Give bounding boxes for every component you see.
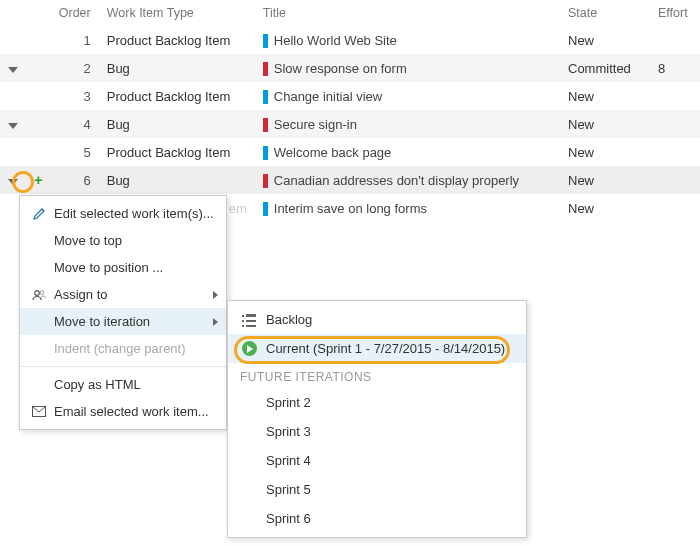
context-menu: Edit selected work item(s)... Move to to… [19, 195, 227, 430]
cell-order: 3 [51, 82, 99, 110]
expand-caret-icon[interactable] [8, 67, 18, 73]
add-child-icon[interactable]: + [34, 171, 43, 188]
table-row[interactable]: 5Product Backlog ItemWelcome back pageNe… [0, 138, 700, 166]
iteration-submenu: Backlog Current (Sprint 1 - 7/27/2015 - … [227, 300, 527, 538]
cell-order: 5 [51, 138, 99, 166]
cell-effort: 8 [650, 54, 700, 82]
cell-title[interactable]: Hello World Web Site [255, 26, 560, 54]
table-row[interactable]: 1Product Backlog ItemHello World Web Sit… [0, 26, 700, 54]
list-icon [240, 314, 258, 326]
cell-effort [650, 166, 700, 194]
title-text: Canadian addresses don't display properl… [274, 173, 519, 188]
col-title[interactable]: Title [255, 0, 560, 26]
col-effort[interactable]: Effort [650, 0, 700, 26]
svg-point-0 [35, 290, 40, 295]
menu-edit[interactable]: Edit selected work item(s)... [20, 200, 226, 227]
cell-type: Bug [99, 54, 255, 82]
submenu-item-label: Sprint 3 [266, 424, 311, 439]
color-bar-icon [263, 62, 268, 76]
submenu-future-item[interactable]: Sprint 6 [228, 504, 526, 533]
submenu-future-item[interactable]: Sprint 2 [228, 388, 526, 417]
expand-caret-icon[interactable] [8, 123, 18, 129]
backlog-table: Order Work Item Type Title State Effort … [0, 0, 700, 222]
svg-point-1 [40, 290, 44, 294]
chevron-right-icon [213, 318, 218, 326]
menu-move-top[interactable]: Move to top [20, 227, 226, 254]
cell-state: Committed [560, 54, 650, 82]
title-text: Change initial view [274, 89, 382, 104]
cell-type: Product Backlog Item [99, 138, 255, 166]
title-text: Interim save on long forms [274, 201, 427, 216]
col-state[interactable]: State [560, 0, 650, 26]
title-text: Slow response on form [274, 61, 407, 76]
cell-title[interactable]: Canadian addresses don't display properl… [255, 166, 560, 194]
cell-type: Bug [99, 166, 255, 194]
menu-email-label: Email selected work item... [54, 404, 209, 419]
menu-assign-to[interactable]: Assign to [20, 281, 226, 308]
menu-indent: Indent (change parent) [20, 335, 226, 362]
menu-move-position[interactable]: Move to position ... [20, 254, 226, 281]
menu-move-position-label: Move to position ... [54, 260, 163, 275]
cell-title[interactable]: Secure sign-in [255, 110, 560, 138]
cell-order: 2 [51, 54, 99, 82]
menu-move-iteration-label: Move to iteration [54, 314, 150, 329]
submenu-item-label: Sprint 5 [266, 482, 311, 497]
menu-move-iteration[interactable]: Move to iteration [20, 308, 226, 335]
cell-title[interactable]: Welcome back page [255, 138, 560, 166]
play-circle-icon [240, 341, 258, 356]
cell-state: New [560, 26, 650, 54]
cell-effort [650, 194, 700, 222]
color-bar-icon [263, 90, 268, 104]
submenu-current-label: Current (Sprint 1 - 7/27/2015 - 8/14/201… [266, 341, 505, 356]
submenu-item-label: Sprint 6 [266, 511, 311, 526]
cell-state: New [560, 138, 650, 166]
submenu-item-label: Sprint 4 [266, 453, 311, 468]
menu-edit-label: Edit selected work item(s)... [54, 206, 214, 221]
cell-effort [650, 82, 700, 110]
cell-state: New [560, 82, 650, 110]
color-bar-icon [263, 146, 268, 160]
cell-effort [650, 110, 700, 138]
color-bar-icon [263, 118, 268, 132]
cell-state: New [560, 110, 650, 138]
cell-title[interactable]: Slow response on form [255, 54, 560, 82]
menu-separator [20, 366, 226, 367]
cell-effort [650, 26, 700, 54]
cell-title[interactable]: Interim save on long forms [255, 194, 560, 222]
col-type[interactable]: Work Item Type [99, 0, 255, 26]
menu-email[interactable]: Email selected work item... [20, 398, 226, 425]
submenu-current[interactable]: Current (Sprint 1 - 7/27/2015 - 8/14/201… [228, 334, 526, 363]
menu-indent-label: Indent (change parent) [54, 341, 186, 356]
menu-copy-html[interactable]: Copy as HTML [20, 371, 226, 398]
cell-order: 1 [51, 26, 99, 54]
menu-move-top-label: Move to top [54, 233, 122, 248]
cell-order: 6 [51, 166, 99, 194]
submenu-future-item[interactable]: Sprint 5 [228, 475, 526, 504]
people-icon [30, 289, 48, 301]
submenu-future-item[interactable]: Sprint 3 [228, 417, 526, 446]
cell-state: New [560, 194, 650, 222]
title-text: Hello World Web Site [274, 33, 397, 48]
submenu-backlog[interactable]: Backlog [228, 305, 526, 334]
cell-type: Product Backlog Item [99, 82, 255, 110]
menu-copy-html-label: Copy as HTML [54, 377, 141, 392]
cell-type: Bug [99, 110, 255, 138]
highlight-ring-row-caret [12, 171, 34, 193]
table-row[interactable]: +6BugCanadian addresses don't display pr… [0, 166, 700, 194]
table-row[interactable]: 2BugSlow response on formCommitted8 [0, 54, 700, 82]
table-row[interactable]: 3Product Backlog ItemChange initial view… [0, 82, 700, 110]
submenu-future-item[interactable]: Sprint 4 [228, 446, 526, 475]
table-row[interactable]: 4BugSecure sign-inNew [0, 110, 700, 138]
cell-effort [650, 138, 700, 166]
cell-state: New [560, 166, 650, 194]
col-order[interactable]: Order [51, 0, 99, 26]
color-bar-icon [263, 34, 268, 48]
cell-title[interactable]: Change initial view [255, 82, 560, 110]
title-text: Secure sign-in [274, 117, 357, 132]
submenu-future-header: FUTURE ITERATIONS [228, 363, 526, 388]
title-text: Welcome back page [274, 145, 392, 160]
color-bar-icon [263, 202, 268, 216]
header-row: Order Work Item Type Title State Effort [0, 0, 700, 26]
submenu-backlog-label: Backlog [266, 312, 312, 327]
cell-type: Product Backlog Item [99, 26, 255, 54]
